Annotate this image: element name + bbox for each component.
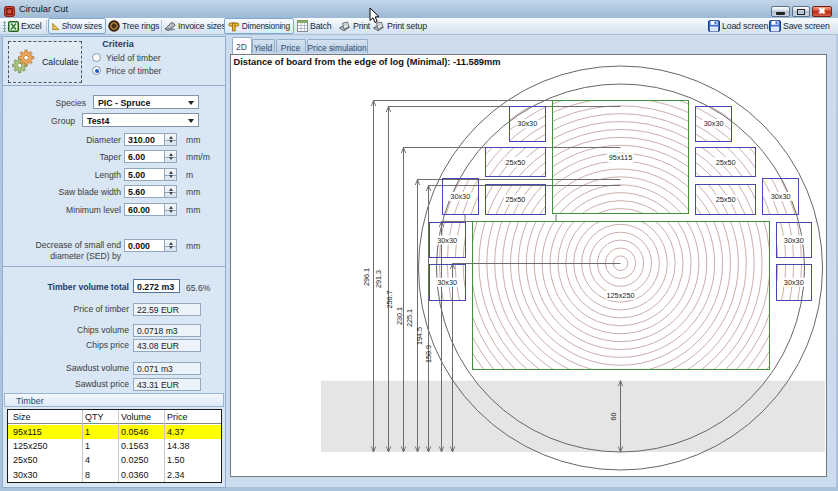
svg-text:291.3: 291.3: [374, 270, 383, 288]
svg-text:60: 60: [610, 412, 619, 420]
svg-text:30x30: 30x30: [437, 236, 457, 245]
svg-text:25x50: 25x50: [505, 195, 525, 204]
svg-text:95x115: 95x115: [609, 153, 632, 162]
svg-text:30x30: 30x30: [704, 119, 724, 128]
svg-text:30x30: 30x30: [450, 192, 470, 201]
svg-text:125x250: 125x250: [607, 291, 635, 300]
svg-text:30x30: 30x30: [517, 119, 537, 128]
svg-text:Distance of board from the edg: Distance of board from the edge of log (…: [234, 57, 501, 67]
svg-text:225.1: 225.1: [405, 309, 414, 327]
svg-text:230.1: 230.1: [395, 307, 404, 325]
svg-text:158.9: 158.9: [424, 345, 433, 363]
svg-text:256.7: 256.7: [385, 291, 394, 309]
svg-text:25x50: 25x50: [505, 158, 525, 167]
svg-text:296.1: 296.1: [362, 268, 371, 286]
svg-text:30x30: 30x30: [784, 236, 804, 245]
svg-text:25x50: 25x50: [716, 195, 736, 204]
svg-text:194.5: 194.5: [415, 327, 424, 345]
svg-text:25x50: 25x50: [716, 158, 736, 167]
svg-text:30x30: 30x30: [784, 278, 804, 287]
svg-text:30x30: 30x30: [771, 192, 791, 201]
svg-text:30x30: 30x30: [437, 278, 457, 287]
